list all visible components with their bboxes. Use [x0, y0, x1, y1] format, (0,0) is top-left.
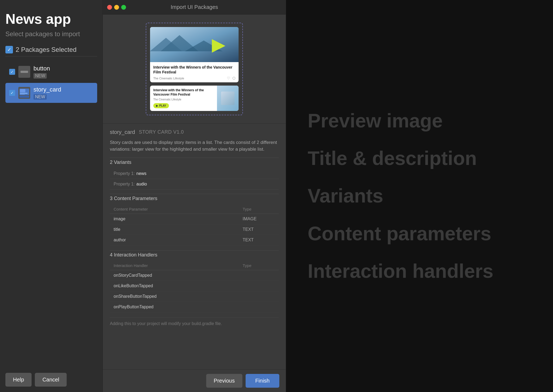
interaction-handler-story-tapped: onStoryCardTapped	[110, 270, 279, 281]
app-subtitle: Select packages to import	[5, 30, 97, 38]
interaction-handler-share-tapped: onShareButtonTapped	[110, 291, 279, 302]
svg-rect-4	[19, 96, 29, 98]
svg-rect-2	[21, 71, 28, 73]
package-info-button: button NEW	[33, 65, 50, 79]
handler-play-tapped-name: onPlayButtonTapped	[114, 305, 275, 309]
like-icon[interactable]: ♡	[227, 76, 230, 80]
svg-rect-6	[20, 93, 28, 94]
info-content-parameters: Content parameters	[308, 223, 531, 244]
previous-button[interactable]: Previous	[206, 374, 242, 388]
package-name-story-card: story_card	[33, 86, 61, 93]
content-params-section-title: 3 Content Parameters	[110, 194, 279, 201]
content-param-title-name: title	[114, 227, 243, 232]
main-content: Import UI Packages	[103, 0, 286, 392]
cancel-button[interactable]: Cancel	[35, 373, 67, 387]
content-param-image-name: image	[114, 217, 243, 221]
variant-value-audio: audio	[136, 182, 147, 187]
interaction-handler-like-tapped: onLikeButtonTapped	[110, 281, 279, 291]
close-button[interactable]	[107, 5, 112, 10]
details-description: Story cards are used to display story it…	[110, 139, 279, 153]
interaction-handlers-table: Interaction Handler Type onStoryCardTapp…	[110, 261, 279, 312]
info-preview-image: Preview image	[308, 110, 531, 131]
interaction-handlers-section-title: 4 Interaction Handlers	[110, 250, 279, 258]
story-card-news-meta: The Cinematic Lifestyle ♡ ⬡	[153, 76, 235, 80]
share-icon[interactable]: ⬡	[232, 76, 235, 80]
story-card-audio: Interview with the Winners of the Vancou…	[150, 86, 239, 111]
info-interaction-handlers: Interaction handlers	[308, 261, 531, 282]
story-card-news-actions: ♡ ⬡	[227, 76, 235, 80]
maximize-button[interactable]	[121, 5, 126, 10]
handler-story-tapped-name: onStoryCardTapped	[114, 273, 275, 278]
package-name-button: button	[33, 65, 50, 72]
app-title: News app	[5, 11, 97, 27]
audio-thumb-image	[221, 92, 235, 105]
variant-row-audio: Property 1: audio	[110, 179, 279, 190]
story-card-audio-body: Interview with the Winners of the Vancou…	[150, 86, 217, 111]
preview-area: Interview with the Winners of the Vancou…	[103, 15, 286, 124]
main-footer: Previous Finish	[103, 369, 286, 392]
window-title: Import UI Packages	[171, 4, 218, 10]
info-variants: Variants	[308, 185, 531, 207]
details-area: story_card STORY CARD V1.0 Story cards a…	[103, 124, 286, 369]
content-params-col1-header: Content Parameter	[114, 207, 243, 211]
interaction-handler-play-tapped: onPlayButtonTapped	[110, 302, 279, 312]
variant-row-news: Property 1: news	[110, 168, 279, 179]
details-package-name: story_card	[110, 129, 135, 135]
package-badge-story-card: NEW	[33, 94, 47, 100]
preview-card-container: Interview with the Winners of the Vancou…	[146, 23, 243, 115]
package-info-story-card: story_card NEW	[33, 86, 61, 100]
package-badge-button: NEW	[33, 73, 47, 79]
help-button[interactable]: Help	[5, 373, 32, 387]
package-item-story-card[interactable]: ✓ story_card NEW	[5, 83, 97, 103]
handler-like-tapped-name: onLikeButtonTapped	[114, 283, 275, 288]
story-card-news-image	[150, 27, 239, 62]
content-params-header: Content Parameter Type	[110, 205, 279, 214]
story-card-audio-author: The Cinematic Lifestyle	[153, 98, 214, 101]
play-button[interactable]: ▶ PLAY	[153, 103, 169, 108]
packages-selected-label: 2 Packages Selected	[16, 46, 76, 53]
variants-section-title: 2 Variants	[110, 158, 279, 165]
content-param-author-type: TEXT	[243, 238, 275, 242]
content-param-image-type: IMAGE	[243, 217, 275, 221]
story-card-news-title: Interview with the Winners of the Vancou…	[153, 65, 235, 75]
interaction-handler-col1-header: Interaction Handler	[114, 263, 243, 268]
play-triangle-icon: ▶	[156, 104, 158, 107]
story-card-news-body: Interview with the Winners of the Vancou…	[150, 62, 239, 82]
content-param-author: author TEXT	[110, 235, 279, 245]
details-package-version: STORY CARD V1.0	[139, 129, 184, 135]
title-bar: Import UI Packages	[103, 0, 286, 15]
package-checkbox-button[interactable]: ✓	[9, 69, 15, 75]
content-param-title: title TEXT	[110, 224, 279, 235]
package-item-button[interactable]: ✓ button NEW	[5, 62, 97, 82]
traffic-lights	[107, 5, 126, 10]
package-checkbox-story-card[interactable]: ✓	[9, 90, 15, 96]
svg-rect-7	[20, 94, 25, 95]
story-card-news: Interview with the Winners of the Vancou…	[150, 27, 239, 82]
packages-selected-header: ✓ 2 Packages Selected	[5, 46, 97, 56]
content-param-image: image IMAGE	[110, 214, 279, 224]
check-all-icon[interactable]: ✓	[5, 46, 13, 53]
content-params-col2-header: Type	[243, 207, 275, 211]
story-card-audio-thumbnail	[217, 86, 239, 111]
interaction-handlers-header: Interaction Handler Type	[110, 261, 279, 270]
content-params-table: Content Parameter Type image IMAGE title…	[110, 205, 279, 245]
footer-buttons: Previous Finish	[206, 374, 279, 388]
details-header: story_card STORY CARD V1.0	[110, 129, 279, 135]
sidebar-footer: Help Cancel	[5, 373, 97, 387]
info-title-description: Title & description	[308, 148, 531, 169]
info-panel: Preview image Title & description Varian…	[286, 0, 553, 392]
minimize-button[interactable]	[114, 5, 119, 10]
finish-button[interactable]: Finish	[246, 374, 279, 388]
package-icon-button	[18, 66, 30, 78]
variant-label-news: Property 1:	[114, 171, 135, 176]
variant-value-news: news	[136, 171, 146, 176]
svg-rect-5	[20, 89, 25, 92]
handler-share-tapped-name: onShareButtonTapped	[114, 294, 275, 299]
story-card-news-author: The Cinematic Lifestyle	[153, 77, 184, 80]
content-param-title-type: TEXT	[243, 227, 275, 232]
sidebar: News app Select packages to import ✓ 2 P…	[0, 0, 103, 392]
variants-list: Property 1: news Property 1: audio	[110, 168, 279, 190]
interaction-handler-col2-header: Type	[243, 263, 275, 268]
play-label: PLAY	[159, 104, 166, 107]
variant-label-audio: Property 1:	[114, 182, 135, 187]
